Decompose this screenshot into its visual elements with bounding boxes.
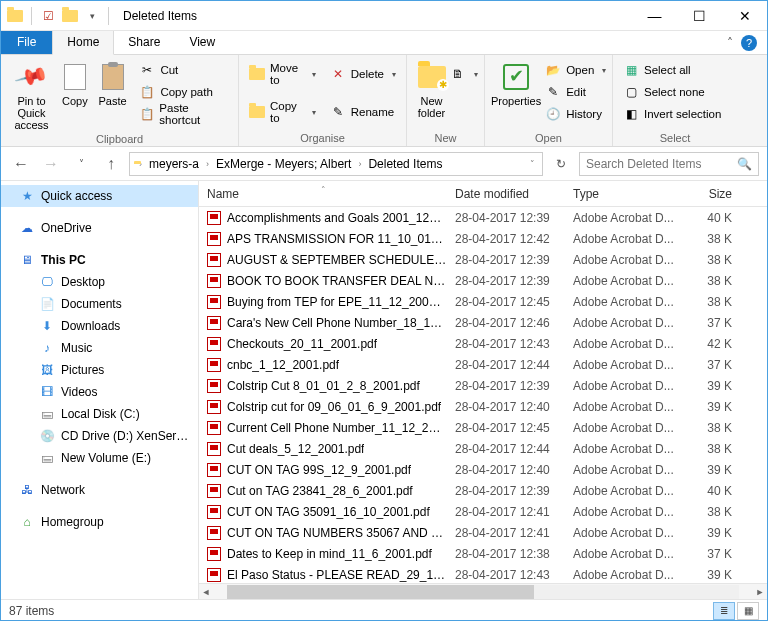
qat-new-folder-icon[interactable] (60, 6, 80, 26)
sidebar-desktop[interactable]: 🖵Desktop (1, 271, 198, 293)
col-date[interactable]: Date modified (447, 187, 565, 201)
close-button[interactable]: ✕ (722, 1, 767, 30)
file-row[interactable]: Current Cell Phone Number_11_12_2001...2… (199, 417, 767, 438)
paste-button[interactable]: Paste (94, 57, 132, 107)
sidebar-pictures[interactable]: 🖼Pictures (1, 359, 198, 381)
pin-to-quick-access-button[interactable]: 📌 Pin to Quick access (7, 57, 56, 131)
col-name[interactable]: Name˄ (199, 187, 447, 201)
paste-shortcut-button[interactable]: 📋Paste shortcut (135, 103, 232, 125)
view-details-button[interactable]: ≣ (713, 602, 735, 620)
address-bar[interactable]: › meyers-a › ExMerge - Meyers; Albert › … (129, 152, 543, 176)
sidebar-quick-access[interactable]: ★Quick access (1, 185, 198, 207)
back-button[interactable]: ← (9, 152, 33, 176)
file-row[interactable]: CUT ON TAG 35091_16_10_2001.pdf28-04-201… (199, 501, 767, 522)
file-row[interactable]: Checkouts_20_11_2001.pdf28-04-2017 12:43… (199, 333, 767, 354)
cut-button[interactable]: ✂Cut (135, 59, 232, 81)
select-all-button[interactable]: ▦Select all (619, 59, 725, 81)
file-size: 38 K (685, 295, 740, 309)
file-row[interactable]: Dates to Keep in mind_11_6_2001.pdf28-04… (199, 543, 767, 564)
tab-view[interactable]: View (175, 31, 230, 54)
sidebar-cd-drive[interactable]: 💿CD Drive (D:) XenServer Tools (1, 425, 198, 447)
file-row[interactable]: El Paso Status - PLEASE READ_29_11_2001.… (199, 564, 767, 583)
copy-button[interactable]: Copy (56, 57, 94, 107)
up-button[interactable]: ↑ (99, 152, 123, 176)
sidebar-music[interactable]: ♪Music (1, 337, 198, 359)
file-date: 28-04-2017 12:38 (447, 547, 565, 561)
file-row[interactable]: AUGUST & SEPTEMBER SCHEDULES_19_...28-04… (199, 249, 767, 270)
file-row[interactable]: Buying from TEP for EPE_11_12_2001.pdf28… (199, 291, 767, 312)
file-row[interactable]: Colstrip cut for 09_06_01_6_9_2001.pdf28… (199, 396, 767, 417)
chevron-down-icon: ▾ (312, 108, 316, 117)
recent-locations-button[interactable]: ˅ (69, 152, 93, 176)
col-type[interactable]: Type (565, 187, 685, 201)
file-row[interactable]: APS TRANSMISSION FOR 11_10_01_10_11...28… (199, 228, 767, 249)
sidebar-documents[interactable]: 📄Documents (1, 293, 198, 315)
file-date: 28-04-2017 12:44 (447, 442, 565, 456)
file-row[interactable]: Cut on TAG 23841_28_6_2001.pdf28-04-2017… (199, 480, 767, 501)
scroll-thumb[interactable] (227, 585, 534, 599)
open-button[interactable]: 📂Open▾ (541, 59, 610, 81)
sidebar-local-disk[interactable]: 🖴Local Disk (C:) (1, 403, 198, 425)
tab-share[interactable]: Share (114, 31, 175, 54)
horizontal-scrollbar[interactable]: ◄ ► (199, 583, 767, 599)
pc-icon: 🖥 (19, 252, 35, 268)
view-large-icons-button[interactable]: ▦ (737, 602, 759, 620)
pdf-icon (207, 421, 221, 435)
file-row[interactable]: BOOK TO BOOK TRANSFER DEAL NUMB...28-04-… (199, 270, 767, 291)
delete-button[interactable]: ✕Delete▾ (326, 63, 400, 85)
help-icon[interactable]: ? (741, 35, 757, 51)
copy-to-button[interactable]: Copy to▾ (245, 101, 320, 123)
file-name: Current Cell Phone Number_11_12_2001... (227, 421, 447, 435)
maximize-button[interactable]: ☐ (677, 1, 722, 30)
refresh-button[interactable]: ↻ (549, 152, 573, 176)
sidebar-downloads[interactable]: ⬇Downloads (1, 315, 198, 337)
collapse-ribbon-icon[interactable]: ˄ (727, 36, 733, 50)
rename-button[interactable]: ✎Rename (326, 101, 400, 123)
file-name: Colstrip Cut 8_01_01_2_8_2001.pdf (227, 379, 420, 393)
file-row[interactable]: Accomplishments and Goals 2001_12_6_2...… (199, 207, 767, 228)
move-to-button[interactable]: Move to▾ (245, 63, 320, 85)
file-row[interactable]: CUT ON TAG NUMBERS 35067 AND 3506...28-0… (199, 522, 767, 543)
minimize-button[interactable]: ― (632, 1, 677, 30)
navigation-pane[interactable]: ★Quick access ☁OneDrive 🖥This PC 🖵Deskto… (1, 181, 199, 599)
tab-file[interactable]: File (1, 31, 52, 54)
file-row[interactable]: CUT ON TAG 99S_12_9_2001.pdf28-04-2017 1… (199, 459, 767, 480)
tab-home[interactable]: Home (52, 31, 114, 55)
file-row[interactable]: cnbc_1_12_2001.pdf28-04-2017 12:44Adobe … (199, 354, 767, 375)
breadcrumb-seg[interactable]: Deleted Items (366, 157, 444, 171)
forward-button[interactable]: → (39, 152, 63, 176)
breadcrumb-seg[interactable]: meyers-a (147, 157, 201, 171)
chevron-right-icon[interactable]: › (203, 159, 212, 169)
file-size: 38 K (685, 253, 740, 267)
scroll-right-icon[interactable]: ► (753, 587, 767, 597)
copy-path-button[interactable]: 📋Copy path (135, 81, 232, 103)
pdf-icon (207, 379, 221, 393)
sidebar-onedrive[interactable]: ☁OneDrive (1, 217, 198, 239)
pdf-icon (207, 232, 221, 246)
qat-properties-icon[interactable]: ☑ (38, 6, 58, 26)
select-none-button[interactable]: ▢Select none (619, 81, 725, 103)
file-row[interactable]: Colstrip Cut 8_01_01_2_8_2001.pdf28-04-2… (199, 375, 767, 396)
file-list[interactable]: Accomplishments and Goals 2001_12_6_2...… (199, 207, 767, 583)
edit-button[interactable]: ✎Edit (541, 81, 610, 103)
new-item-button[interactable]: 🗎▾ (450, 63, 478, 85)
history-button[interactable]: 🕘History (541, 103, 610, 125)
properties-button[interactable]: ✔ Properties (491, 57, 541, 107)
breadcrumb-seg[interactable]: ExMerge - Meyers; Albert (214, 157, 353, 171)
sidebar-new-volume[interactable]: 🖴New Volume (E:) (1, 447, 198, 469)
invert-selection-button[interactable]: ◧Invert selection (619, 103, 725, 125)
sort-asc-icon: ˄ (321, 185, 326, 195)
search-box[interactable]: Search Deleted Items 🔍 (579, 152, 759, 176)
file-row[interactable]: Cut deals_5_12_2001.pdf28-04-2017 12:44A… (199, 438, 767, 459)
col-size[interactable]: Size (685, 187, 740, 201)
file-row[interactable]: Cara's New Cell Phone Number_18_12_20...… (199, 312, 767, 333)
qat-dropdown-icon[interactable]: ▾ (82, 6, 102, 26)
chevron-right-icon[interactable]: › (355, 159, 364, 169)
sidebar-homegroup[interactable]: ⌂Homegroup (1, 511, 198, 533)
sidebar-this-pc[interactable]: 🖥This PC (1, 249, 198, 271)
new-folder-button[interactable]: New folder (413, 57, 450, 119)
scroll-left-icon[interactable]: ◄ (199, 587, 213, 597)
sidebar-network[interactable]: 🖧Network (1, 479, 198, 501)
address-dropdown-icon[interactable]: ˅ (527, 159, 538, 169)
sidebar-videos[interactable]: 🎞Videos (1, 381, 198, 403)
